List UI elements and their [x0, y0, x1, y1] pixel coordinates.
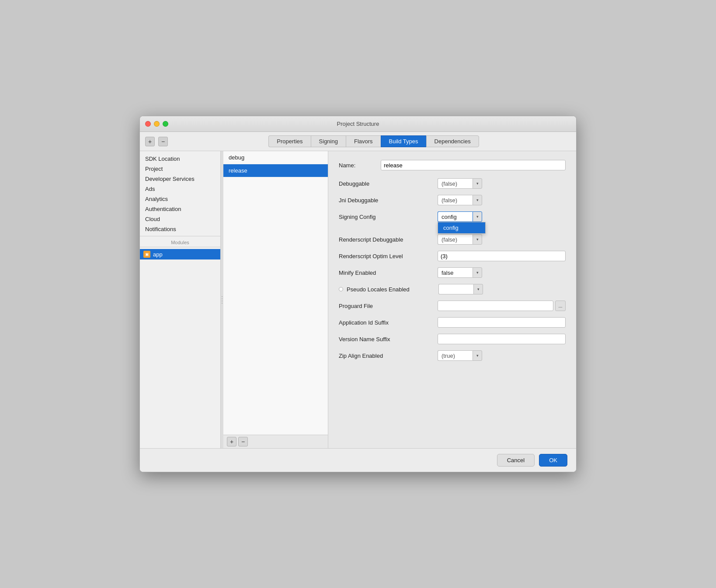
signing-config-option-config[interactable]: config: [438, 222, 485, 233]
app-id-suffix-input[interactable]: [438, 317, 566, 328]
tab-bar: Properties Signing Flavors Build Types D…: [177, 135, 571, 147]
sidebar-item-developer-services[interactable]: Developer Services: [140, 174, 220, 184]
dot: [222, 296, 222, 297]
zip-align-dropdown: (true) ▾: [438, 350, 482, 361]
build-type-debug[interactable]: debug: [223, 151, 328, 164]
add-button[interactable]: +: [145, 137, 155, 146]
module-label: app: [153, 251, 163, 258]
main-content: SDK Location Project Developer Services …: [140, 151, 576, 448]
module-icon: ▣: [143, 251, 150, 258]
minify-enabled-row: Minify Enabled false ▾: [339, 267, 566, 278]
footer: Cancel OK: [140, 448, 576, 472]
tab-dependencies[interactable]: Dependencies: [426, 135, 479, 147]
tab-properties[interactable]: Properties: [268, 135, 310, 147]
proguard-file-input[interactable]: [438, 301, 553, 311]
debuggable-label: Debuggable: [339, 180, 431, 187]
signing-config-dropdown: config ▾ config: [438, 211, 482, 222]
pseudo-locales-indicator: [339, 287, 343, 291]
tab-build-types[interactable]: Build Types: [381, 135, 426, 147]
window-title: Project Structure: [337, 121, 379, 127]
debuggable-row: Debuggable (false) ▾: [339, 178, 566, 189]
build-type-list: debug release: [223, 151, 328, 435]
signing-config-label: Signing Config: [339, 214, 431, 220]
proguard-input-wrapper: ...: [438, 301, 566, 311]
pseudo-locales-value: [438, 284, 473, 294]
sidebar-item-ads[interactable]: Ads: [140, 184, 220, 194]
zip-align-row: Zip Align Enabled (true) ▾: [339, 350, 566, 361]
build-type-release[interactable]: release: [223, 164, 328, 177]
renderscript-optim-input[interactable]: [438, 251, 566, 261]
debuggable-value: (false): [438, 178, 473, 189]
sidebar: SDK Location Project Developer Services …: [140, 151, 221, 448]
version-name-suffix-label: Version Name Suffix: [339, 336, 431, 342]
sidebar-item-cloud[interactable]: Cloud: [140, 214, 220, 224]
version-name-suffix-input[interactable]: [438, 334, 566, 344]
list-add-button[interactable]: +: [227, 437, 236, 446]
signing-config-row: Signing Config config ▾ config: [339, 211, 566, 222]
remove-button[interactable]: −: [158, 137, 168, 146]
right-panel: Name: Debuggable (false) ▾ Jni Debuggabl…: [328, 151, 576, 448]
name-field-input[interactable]: [381, 160, 566, 170]
proguard-file-row: Proguard File ...: [339, 301, 566, 311]
zip-align-label: Zip Align Enabled: [339, 353, 431, 359]
signing-config-arrow[interactable]: ▾: [473, 211, 482, 222]
close-button[interactable]: [145, 121, 151, 127]
pseudo-locales-row: Pseudo Locales Enabled ▾: [339, 284, 566, 294]
app-id-suffix-row: Application Id Suffix: [339, 317, 566, 328]
jni-debuggable-row: Jni Debuggable (false) ▾: [339, 195, 566, 205]
toolbar-actions: + −: [145, 137, 168, 146]
app-id-suffix-label: Application Id Suffix: [339, 319, 431, 326]
minify-enabled-dropdown: false ▾: [438, 267, 482, 278]
signing-config-popup: config: [438, 222, 486, 234]
sidebar-item-analytics[interactable]: Analytics: [140, 194, 220, 204]
toolbar: + − Properties Signing Flavors Build Typ…: [140, 132, 576, 151]
pseudo-locales-dropdown: ▾: [438, 284, 483, 294]
project-structure-window: Project Structure + − Properties Signing…: [139, 116, 577, 472]
jni-debuggable-arrow[interactable]: ▾: [473, 195, 482, 205]
dot: [222, 298, 222, 299]
minimize-button[interactable]: [154, 121, 160, 127]
renderscript-debuggable-dropdown: (false) ▾: [438, 234, 482, 245]
name-field-row: Name:: [339, 160, 566, 170]
ok-button[interactable]: OK: [539, 454, 567, 467]
version-name-suffix-row: Version Name Suffix: [339, 334, 566, 344]
sidebar-item-authentication[interactable]: Authentication: [140, 204, 220, 214]
divider-dots: [222, 296, 222, 304]
zip-align-arrow[interactable]: ▾: [473, 350, 482, 361]
tab-flavors[interactable]: Flavors: [346, 135, 381, 147]
browse-button[interactable]: ...: [555, 301, 566, 311]
renderscript-debuggable-value: (false): [438, 234, 473, 245]
proguard-file-label: Proguard File: [339, 303, 431, 309]
jni-debuggable-value: (false): [438, 195, 473, 205]
list-remove-button[interactable]: −: [238, 437, 248, 446]
renderscript-optim-label: Renderscript Optim Level: [339, 253, 431, 259]
minify-enabled-label: Minify Enabled: [339, 270, 431, 276]
build-type-list-panel: debug release + −: [223, 151, 328, 448]
jni-debuggable-dropdown: (false) ▾: [438, 195, 482, 205]
sidebar-item-app[interactable]: ▣ app: [140, 249, 220, 259]
sidebar-item-project[interactable]: Project: [140, 164, 220, 174]
titlebar: Project Structure: [140, 116, 576, 132]
cancel-button[interactable]: Cancel: [497, 454, 535, 467]
tab-signing[interactable]: Signing: [311, 135, 346, 147]
renderscript-debuggable-row: Renderscript Debuggable (false) ▾: [339, 234, 566, 245]
renderscript-debuggable-label: Renderscript Debuggable: [339, 236, 431, 243]
minify-enabled-arrow[interactable]: ▾: [473, 267, 482, 278]
sidebar-item-notifications[interactable]: Notifications: [140, 224, 220, 234]
zip-align-value: (true): [438, 350, 473, 361]
dot: [222, 301, 222, 301]
modules-section-label: Modules: [140, 236, 220, 247]
jni-debuggable-label: Jni Debuggable: [339, 197, 431, 204]
name-field-label: Name:: [339, 162, 374, 169]
minify-enabled-value: false: [438, 267, 473, 278]
renderscript-debuggable-arrow[interactable]: ▾: [473, 234, 482, 245]
renderscript-optim-row: Renderscript Optim Level: [339, 251, 566, 261]
dot: [222, 303, 222, 304]
pseudo-locales-label: Pseudo Locales Enabled: [347, 286, 435, 293]
debuggable-arrow[interactable]: ▾: [473, 178, 482, 189]
window-controls: [145, 121, 168, 127]
signing-config-value: config: [438, 211, 473, 222]
sidebar-item-sdk-location[interactable]: SDK Location: [140, 154, 220, 164]
pseudo-locales-arrow[interactable]: ▾: [473, 284, 483, 294]
maximize-button[interactable]: [163, 121, 168, 127]
